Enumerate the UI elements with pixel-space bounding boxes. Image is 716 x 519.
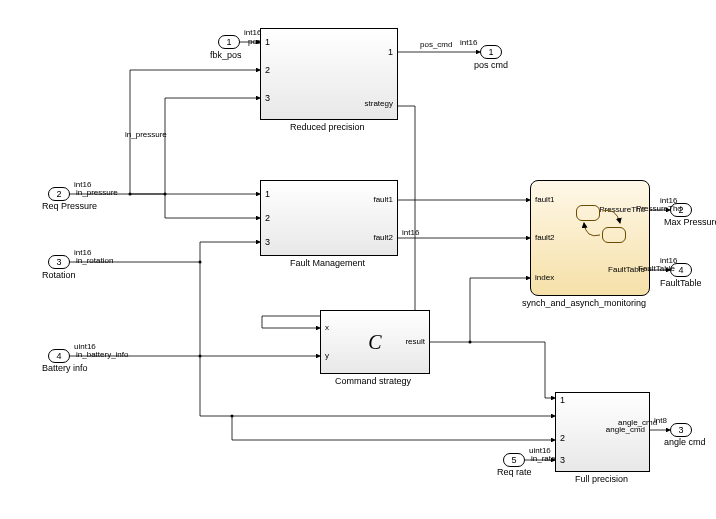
- block-inport: 1: [560, 395, 565, 405]
- signal-label: FaultTable: [638, 264, 675, 273]
- inport-number: 4: [56, 351, 61, 361]
- signal-label-branch: in_pressure: [125, 130, 167, 139]
- block-inport: 1: [265, 37, 270, 47]
- block-name: Command strategy: [335, 376, 411, 386]
- outport-name: Max Pressure: [664, 218, 716, 227]
- svg-point-4: [199, 355, 202, 358]
- inport-req-rate[interactable]: 5: [503, 453, 525, 467]
- outport-name: FaultTable: [660, 278, 702, 288]
- block-inport: 3: [265, 93, 270, 103]
- block-outport: fault2: [373, 233, 393, 242]
- block-command-strategy[interactable]: x y result C: [320, 310, 430, 374]
- inport-name: Battery info: [42, 364, 92, 373]
- datatype-label: int16: [402, 228, 419, 237]
- block-inport: 2: [265, 213, 270, 223]
- block-fault-management[interactable]: 1 2 3 fault1 fault2: [260, 180, 398, 256]
- block-outport: fault1: [373, 195, 393, 204]
- inport-name: Rotation: [42, 270, 76, 280]
- block-outport: result: [405, 337, 425, 346]
- block-reduced-precision[interactable]: 1 2 3 1 strategy: [260, 28, 398, 120]
- outport-angle-cmd[interactable]: 3: [670, 423, 692, 437]
- inport-battery-info[interactable]: 4: [48, 349, 70, 363]
- stateflow-chart-icon: [576, 205, 636, 245]
- signal-label: in_pressure: [76, 188, 118, 197]
- diagram-canvas: 1 int16 fbk_pos pos_info 2 int16 Req Pre…: [0, 0, 716, 519]
- block-outport: 1: [388, 47, 393, 57]
- block-outport: strategy: [365, 99, 393, 108]
- datatype-label: int16: [244, 28, 261, 37]
- signal-label: angle_cmd: [618, 418, 657, 427]
- svg-point-2: [164, 193, 167, 196]
- block-name: Fault Management: [290, 258, 365, 268]
- block-inport: 2: [560, 433, 565, 443]
- signal-label: pos_cmd: [420, 40, 452, 49]
- inport-name: Req rate: [497, 468, 537, 477]
- inport-number: 3: [56, 257, 61, 267]
- inport-number: 5: [511, 455, 516, 465]
- block-inport: 2: [265, 65, 270, 75]
- inport-name: fbk_pos: [210, 50, 242, 60]
- signal-label: in_battery_info: [76, 350, 128, 359]
- svg-point-9: [469, 341, 472, 344]
- inport-req-pressure[interactable]: 2: [48, 187, 70, 201]
- outport-pos-cmd[interactable]: 1: [480, 45, 502, 59]
- outport-name: pos cmd: [474, 60, 508, 70]
- block-name: synch_and_asynch_monitoring: [522, 298, 646, 308]
- signal-label: in_rotation: [76, 256, 113, 265]
- block-inport: fault1: [535, 195, 555, 204]
- block-inport: fault2: [535, 233, 555, 242]
- svg-point-1: [129, 193, 132, 196]
- inport-number: 1: [226, 37, 231, 47]
- c-function-icon: C: [368, 331, 381, 354]
- signal-label: in_rate: [531, 454, 555, 463]
- datatype-label: int16: [460, 38, 477, 47]
- block-inport: x: [325, 323, 329, 332]
- svg-point-3: [199, 261, 202, 264]
- outport-number: 1: [488, 47, 493, 57]
- block-inport: index: [535, 273, 554, 282]
- block-inport: y: [325, 351, 329, 360]
- outport-name: angle cmd: [664, 438, 704, 447]
- block-inport: 3: [560, 455, 565, 465]
- block-inport: 3: [265, 237, 270, 247]
- block-name: Reduced precision: [290, 122, 365, 132]
- inport-fbk-pos[interactable]: 1: [218, 35, 240, 49]
- block-full-precision[interactable]: 1 2 3 angle_cmd: [555, 392, 650, 472]
- inport-name: Req Pressure: [42, 202, 92, 211]
- block-monitoring[interactable]: fault1 fault2 index PressureThd FaultTab…: [530, 180, 650, 296]
- outport-number: 3: [678, 425, 683, 435]
- inport-rotation[interactable]: 3: [48, 255, 70, 269]
- signal-label: PressureThd: [636, 204, 682, 213]
- outport-number: 4: [678, 265, 683, 275]
- svg-point-5: [231, 415, 234, 418]
- block-name: Full precision: [575, 474, 628, 484]
- block-inport: 1: [265, 189, 270, 199]
- inport-number: 2: [56, 189, 61, 199]
